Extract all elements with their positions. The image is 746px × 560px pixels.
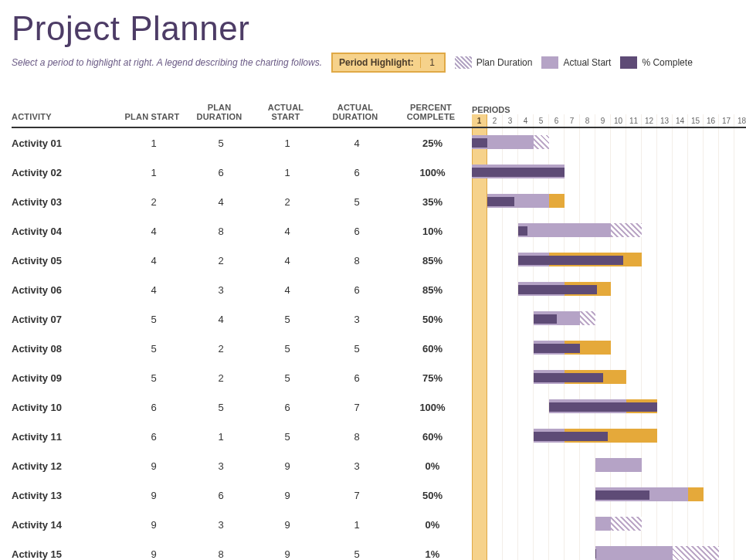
actual-start-cell[interactable]: 4 [254,284,320,296]
actual-dur-cell[interactable]: 4 [320,137,393,149]
table-row[interactable]: Activity 11615860% [12,422,472,451]
gantt-row [472,363,746,392]
actual-start-cell[interactable]: 5 [254,343,320,355]
table-row[interactable]: Activity 09525675% [12,363,472,392]
plan-start-cell[interactable]: 4 [120,284,188,296]
plan-dur-cell[interactable]: 1 [188,431,254,443]
table-row[interactable]: Activity 05424885% [12,246,472,275]
actual-start-cell[interactable]: 9 [254,548,320,560]
plan-start-cell[interactable]: 5 [120,314,188,325]
table-row[interactable]: Activity 08525560% [12,334,472,363]
period-highlight-value[interactable]: 1 [421,57,444,68]
actual-start-cell[interactable]: 4 [254,255,320,266]
plan-start-cell[interactable]: 4 [120,226,188,237]
plan-dur-cell[interactable]: 2 [188,343,254,355]
percent-cell[interactable]: 50% [393,314,472,325]
percent-cell[interactable]: 100% [393,167,472,178]
actual-dur-cell[interactable]: 5 [320,343,393,355]
plan-start-cell[interactable]: 1 [120,137,188,149]
table-row[interactable]: Activity 07545350% [12,304,472,334]
plan-start-cell[interactable]: 2 [120,196,188,208]
plan-start-cell[interactable]: 9 [120,548,188,560]
plan-start-cell[interactable]: 1 [120,167,188,178]
plan-dur-cell[interactable]: 4 [188,196,254,208]
plan-dur-cell[interactable]: 3 [188,460,254,472]
actual-start-cell[interactable]: 9 [254,519,320,531]
plan-start-cell[interactable]: 5 [120,372,188,384]
percent-cell[interactable]: 85% [393,255,472,266]
actual-dur-cell[interactable]: 3 [320,314,393,325]
actual-start-cell[interactable]: 6 [254,402,320,413]
actual-dur-cell[interactable]: 7 [320,490,393,501]
plan-dur-cell[interactable]: 3 [188,519,254,531]
activity-name: Activity 03 [12,196,120,208]
table-row[interactable]: Activity 1493910% [12,510,472,539]
plan-dur-cell[interactable]: 8 [188,548,254,560]
actual-start-cell[interactable]: 1 [254,167,320,178]
plan-start-cell[interactable]: 4 [120,255,188,266]
actual-start-cell[interactable]: 9 [254,490,320,501]
table-row[interactable]: Activity 1293930% [12,451,472,480]
percent-cell[interactable]: 10% [393,226,472,237]
table-row[interactable]: Activity 01151425% [12,128,472,158]
percent-cell[interactable]: 25% [393,137,472,149]
actual-dur-cell[interactable]: 1 [320,519,393,531]
plan-dur-cell[interactable]: 5 [188,137,254,149]
percent-cell[interactable]: 85% [393,284,472,296]
plan-dur-cell[interactable]: 2 [188,372,254,384]
plan-start-cell[interactable]: 5 [120,343,188,355]
plan-start-cell[interactable]: 6 [120,431,188,443]
bar-complete [595,549,596,558]
actual-start-cell[interactable]: 5 [254,372,320,384]
percent-cell[interactable]: 0% [393,519,472,531]
table-row[interactable]: Activity 06434685% [12,275,472,304]
percent-cell[interactable]: 75% [393,372,472,384]
percent-cell[interactable]: 50% [393,490,472,501]
actual-dur-cell[interactable]: 7 [320,402,393,413]
table-row[interactable]: Activity 021616100% [12,158,472,187]
actual-start-cell[interactable]: 4 [254,226,320,237]
plan-start-cell[interactable]: 9 [120,490,188,501]
plan-dur-cell[interactable]: 2 [188,255,254,266]
table-row[interactable]: Activity 04484610% [12,216,472,246]
percent-cell[interactable]: 1% [393,548,472,560]
actual-dur-cell[interactable]: 8 [320,255,393,266]
actual-dur-cell[interactable]: 6 [320,167,393,178]
period-highlight-control[interactable]: Period Highlight: 1 [331,53,446,73]
actual-start-cell[interactable]: 9 [254,460,320,472]
table-row[interactable]: Activity 03242535% [12,187,472,216]
table-row[interactable]: Activity 13969750% [12,480,472,510]
gantt-row [472,158,746,187]
percent-cell[interactable]: 0% [393,460,472,472]
bar-complete [518,226,527,236]
percent-cell[interactable]: 35% [393,196,472,208]
actual-dur-cell[interactable]: 8 [320,431,393,443]
plan-start-cell[interactable]: 6 [120,402,188,413]
actual-dur-cell[interactable]: 5 [320,196,393,208]
percent-cell[interactable]: 60% [393,343,472,355]
actual-dur-cell[interactable]: 6 [320,226,393,237]
plan-dur-cell[interactable]: 6 [188,490,254,501]
actual-start-cell[interactable]: 5 [254,314,320,325]
plan-dur-cell[interactable]: 4 [188,314,254,325]
plan-dur-cell[interactable]: 3 [188,284,254,296]
plan-dur-cell[interactable]: 6 [188,167,254,178]
actual-dur-cell[interactable]: 5 [320,548,393,560]
actual-start-cell[interactable]: 5 [254,431,320,443]
table-row[interactable]: Activity 1598951% [12,539,472,560]
actual-dur-cell[interactable]: 6 [320,372,393,384]
plan-start-cell[interactable]: 9 [120,460,188,472]
actual-start-cell[interactable]: 2 [254,196,320,208]
table-row[interactable]: Activity 106567100% [12,392,472,422]
activity-name: Activity 12 [12,460,120,472]
actual-dur-cell[interactable]: 6 [320,284,393,296]
percent-cell[interactable]: 100% [393,402,472,413]
bar-actual [595,517,611,531]
actual-dur-cell[interactable]: 3 [320,460,393,472]
percent-cell[interactable]: 60% [393,431,472,443]
plan-dur-cell[interactable]: 8 [188,226,254,237]
plan-start-cell[interactable]: 9 [120,519,188,531]
plan-dur-cell[interactable]: 5 [188,402,254,413]
actual-start-cell[interactable]: 1 [254,137,320,149]
legend-swatch-plan [455,56,472,69]
